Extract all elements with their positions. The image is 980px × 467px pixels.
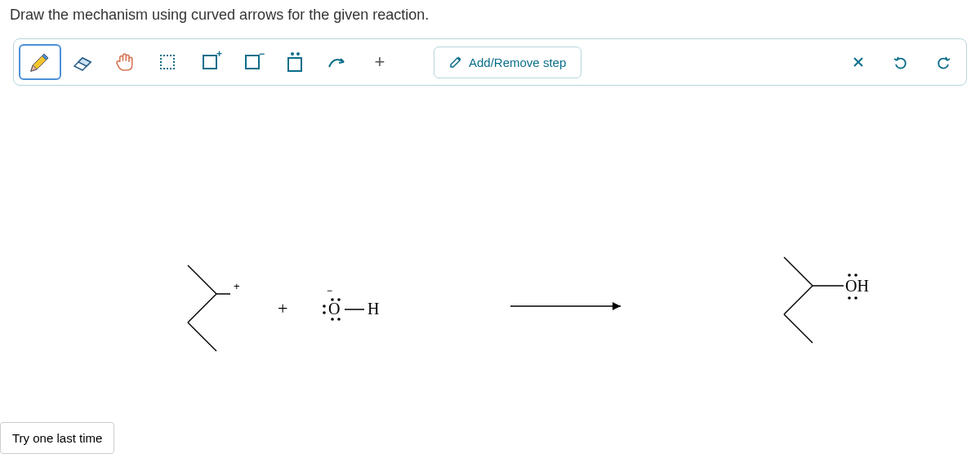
redo-button[interactable] (925, 44, 961, 80)
svg-text:OH: OH (845, 277, 869, 295)
toolbar: + − + (13, 38, 967, 86)
reactant-hydroxide: − O H (310, 282, 392, 322)
charge-plus-icon: + (203, 55, 217, 69)
svg-line-1 (188, 294, 216, 322)
svg-line-0 (188, 265, 216, 294)
undo-button[interactable] (883, 44, 919, 80)
pencil-tool[interactable] (19, 44, 61, 80)
svg-point-21 (848, 296, 851, 300)
add-remove-label: Add/Remove step (469, 56, 566, 69)
svg-point-5 (323, 305, 326, 308)
svg-text:−: − (327, 285, 332, 296)
drawing-canvas[interactable]: + + − O H OH (0, 86, 980, 380)
svg-line-15 (784, 257, 813, 286)
eraser-icon (70, 50, 95, 74)
try-again-label: Try one last time (12, 431, 102, 445)
pencil-icon (28, 50, 52, 74)
svg-point-9 (331, 318, 334, 321)
svg-line-2 (188, 322, 216, 351)
lone-pair-tool[interactable] (274, 44, 316, 80)
reaction-arrow (506, 298, 629, 314)
charge-minus-icon: − (245, 55, 260, 69)
question-text: Draw the mechanism using curved arrows f… (0, 0, 980, 30)
svg-point-22 (854, 296, 858, 300)
charge-minus-tool[interactable]: − (231, 44, 274, 80)
curved-arrow-icon (326, 54, 349, 70)
hand-tool[interactable] (104, 44, 146, 80)
curved-arrow-tool[interactable] (316, 44, 359, 80)
add-remove-step-button[interactable]: Add/Remove step (434, 47, 581, 78)
carbocation-charge: + (234, 280, 240, 292)
hand-icon (113, 50, 137, 74)
toolbar-wrapper: + − + (0, 30, 980, 86)
eraser-tool[interactable] (61, 44, 104, 80)
marquee-tool[interactable] (146, 44, 189, 80)
product-alcohol: OH (760, 241, 882, 363)
svg-text:O: O (328, 300, 340, 318)
try-again-button[interactable]: Try one last time (0, 422, 114, 454)
close-icon (852, 56, 865, 69)
plus-icon: + (375, 51, 385, 73)
edit-icon (449, 56, 462, 69)
add-atom-tool[interactable]: + (359, 44, 401, 80)
charge-plus-tool[interactable]: + (189, 44, 231, 80)
redo-icon (935, 54, 951, 70)
svg-point-10 (337, 318, 341, 321)
marquee-icon (160, 55, 175, 69)
util-buttons (840, 44, 961, 80)
lone-pair-icon (287, 52, 302, 72)
svg-point-6 (323, 311, 326, 314)
svg-line-17 (784, 314, 813, 343)
reaction-plus: + (278, 298, 287, 319)
svg-line-16 (784, 286, 813, 314)
close-button[interactable] (840, 44, 876, 80)
undo-icon (893, 54, 909, 70)
reactant-carbocation: + (163, 249, 253, 363)
svg-text:H: H (368, 300, 379, 318)
